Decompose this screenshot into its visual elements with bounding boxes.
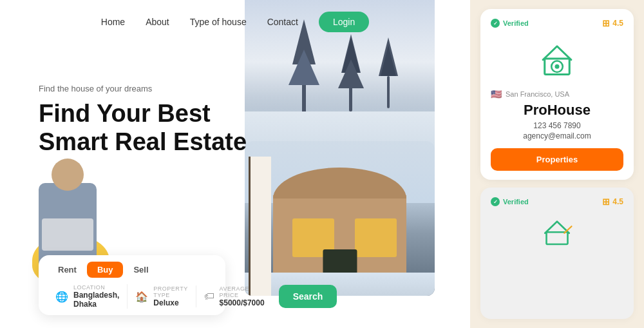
property-type-icon: 🏠 — [135, 291, 148, 303]
search-bar: Rent Buy Sell 🌐 Location Bangladesh, Dha… — [39, 255, 225, 315]
rating-value-1: 4.5 — [612, 19, 623, 28]
verified-icon-1: ✓ — [491, 19, 500, 28]
card-1-location: 🇺🇸 San Francisco, USA — [491, 89, 623, 99]
verified-badge-2: ✓ Verified — [491, 197, 529, 206]
price-value: $5000/$7000 — [220, 298, 265, 307]
card-house-icon-1 — [491, 36, 623, 81]
tab-buy[interactable]: Buy — [87, 262, 124, 278]
hero-content: Find the house of your dreams Find Your … — [39, 84, 247, 156]
hero-subtitle: Find the house of your dreams — [39, 84, 247, 93]
properties-button-1[interactable]: Properties — [491, 148, 623, 171]
property-type-value: Deluxe — [153, 298, 187, 307]
search-tabs: Rent Buy Sell — [48, 262, 216, 278]
house-svg-icon — [535, 36, 580, 81]
price-icon: 🏷 — [204, 291, 214, 302]
rating-icon-1: ⊞ — [602, 18, 610, 28]
location-icon: 🌐 — [55, 291, 68, 303]
rating-badge-2: ⊞ 4.5 — [602, 197, 623, 207]
sidebar: ✓ Verified ⊞ 4.5 🇺🇸 San Francisco, USA P… — [470, 0, 644, 328]
property-type-field[interactable]: 🏠 Property Type Deluxe — [128, 285, 196, 307]
person-head — [52, 159, 84, 191]
card-house-icon-2 — [491, 212, 623, 247]
svg-rect-3 — [547, 232, 568, 244]
location-value: Bangladesh, Dhaka — [73, 291, 119, 309]
location-field[interactable]: 🌐 Location Bangladesh, Dhaka — [48, 284, 128, 309]
nav-home-link[interactable]: Home — [101, 17, 125, 27]
location-label: Location — [73, 284, 119, 291]
rating-value-2: 4.5 — [612, 197, 623, 206]
search-fields: 🌐 Location Bangladesh, Dhaka 🏠 Property … — [48, 284, 216, 309]
card-2-header: ✓ Verified ⊞ 4.5 — [491, 197, 623, 207]
agency-phone-1: 123 456 7890 — [491, 121, 623, 130]
nav-type-of-house-link[interactable]: Type of house — [190, 17, 247, 27]
house-svg-icon-2 — [538, 212, 576, 247]
card-1-header: ✓ Verified ⊞ 4.5 — [491, 18, 623, 28]
property-type-label: Property Type — [153, 285, 187, 298]
property-card-1: ✓ Verified ⊞ 4.5 🇺🇸 San Francisco, USA P… — [480, 9, 634, 180]
property-card-2: ✓ Verified ⊞ 4.5 — [480, 188, 634, 319]
svg-point-2 — [555, 64, 560, 69]
verified-badge-1: ✓ Verified — [491, 19, 529, 28]
agency-email-1: agency@email.com — [491, 131, 623, 140]
rating-icon-2: ⊞ — [602, 197, 610, 207]
main-section: Home About Type of house Contact Login F… — [0, 0, 470, 328]
flag-icon-1: 🇺🇸 — [491, 89, 502, 99]
tab-sell[interactable]: Sell — [123, 262, 158, 278]
login-button[interactable]: Login — [319, 12, 369, 32]
location-text-1: San Francisco, USA — [506, 90, 569, 98]
verified-label-1: Verified — [503, 19, 529, 27]
navbar: Home About Type of house Contact Login — [0, 0, 470, 44]
hero-title: Find Your Best Smart Real Estate — [39, 100, 247, 156]
rating-badge-1: ⊞ 4.5 — [602, 18, 623, 28]
tab-rent[interactable]: Rent — [48, 262, 87, 278]
agency-name-1: ProHouse — [491, 102, 623, 119]
hero-image-bottom — [245, 141, 435, 296]
nav-about-link[interactable]: About — [146, 17, 169, 27]
price-label: Average Price — [220, 285, 265, 298]
verified-label-2: Verified — [503, 198, 529, 206]
verified-icon-2: ✓ — [491, 197, 500, 206]
nav-contact-link[interactable]: Contact — [267, 17, 298, 27]
price-field[interactable]: 🏷 Average Price $5000/$7000 — [196, 285, 272, 307]
laptop-illustration — [42, 218, 93, 251]
search-button[interactable]: Search — [279, 285, 337, 308]
